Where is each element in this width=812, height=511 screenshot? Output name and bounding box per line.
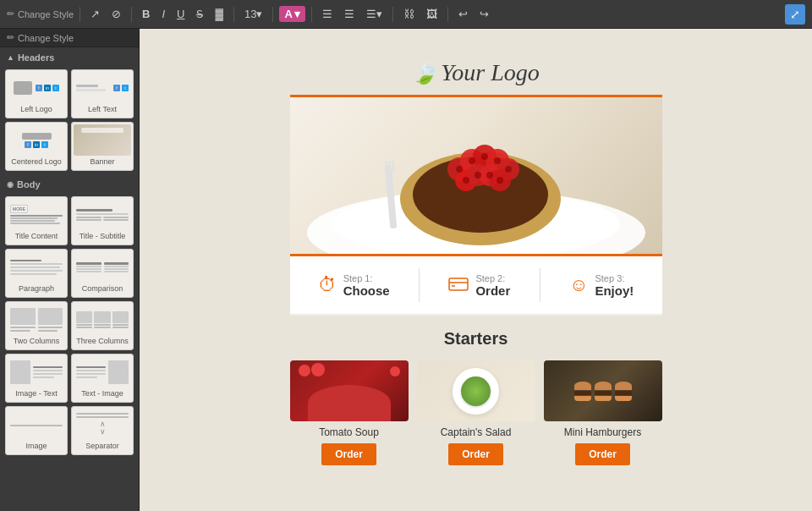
step-divider-1: [419, 268, 420, 302]
toolbar: ✏ Change Style ↗ ⊘ B I U S̶ ▓ 13▾ A▾ ☰ ☰…: [0, 0, 812, 29]
link-button[interactable]: ⛓: [399, 5, 419, 23]
change-style-sidebar-button[interactable]: ✏ Change Style: [7, 32, 74, 43]
template-centered-logo[interactable]: f in t Centered Logo: [5, 122, 68, 171]
format-button-2[interactable]: ⊘: [107, 5, 125, 23]
svg-point-17: [505, 166, 512, 173]
fullscreen-icon: ⤢: [790, 8, 800, 21]
ordered-list-button[interactable]: ☰: [340, 5, 359, 23]
mini-hamburgers-order-button[interactable]: Order: [575, 443, 630, 465]
template-title-subtitle[interactable]: Title - Subtitle: [71, 196, 134, 245]
template-comparison[interactable]: Comparison: [71, 249, 134, 298]
starter-captains-salad: Captain's Salad Order: [417, 360, 535, 465]
bullet-list-button[interactable]: ☰: [318, 5, 337, 23]
step-3: ☺ Step 3: Enjoy!: [569, 268, 634, 302]
image-text-preview: [8, 356, 65, 387]
template-text-image[interactable]: Text - Image: [71, 354, 134, 403]
steps-section: ⏱ Step 1: Choose Step 2: Order: [290, 256, 662, 316]
logo-brand-text: Your Logo: [441, 59, 539, 85]
logo-section: 🍃Your Logo: [290, 46, 662, 95]
bold-button[interactable]: B: [138, 5, 154, 23]
captains-salad-order-button[interactable]: Order: [448, 443, 503, 465]
left-logo-label: Left Logo: [20, 103, 52, 116]
strikethrough-button[interactable]: S̶: [192, 5, 207, 23]
highlight-button[interactable]: ▓: [211, 5, 227, 23]
separator-label: Separator: [85, 440, 119, 453]
step-3-text: Step 3: Enjoy!: [595, 273, 634, 298]
format-button-1[interactable]: ↗: [86, 5, 104, 23]
template-three-columns[interactable]: Three Columns: [71, 301, 134, 350]
mini-hamburgers-name: Mini Hamburgers: [564, 426, 641, 438]
starters-title: Starters: [290, 329, 662, 349]
change-style-button[interactable]: ✏ Change Style: [7, 8, 74, 19]
template-separator[interactable]: ∧ ∨ Separator: [71, 406, 134, 455]
left-text-preview: f t: [74, 72, 131, 103]
title-content-label: Title Content: [15, 230, 58, 243]
template-two-columns[interactable]: Two Columns: [5, 301, 68, 350]
italic-button[interactable]: I: [157, 5, 169, 23]
ordered-list-icon: ☰: [344, 8, 354, 20]
template-left-text[interactable]: f t Left Text: [71, 69, 134, 118]
svg-point-15: [481, 153, 488, 160]
image-insert-button[interactable]: 🖼: [422, 5, 442, 23]
template-paragraph[interactable]: Paragraph: [5, 249, 68, 298]
redo-button[interactable]: ↪: [475, 5, 493, 23]
captains-salad-name: Captain's Salad: [441, 426, 512, 438]
starters-section: Starters Tomato Soup Order: [290, 316, 662, 474]
centered-logo-preview: f in t: [8, 124, 65, 156]
hero-banner[interactable]: [290, 95, 662, 256]
template-title-content[interactable]: MORE Title Content: [5, 196, 68, 245]
svg-rect-25: [392, 161, 394, 173]
separator-2: [131, 7, 132, 22]
font-size-button[interactable]: 13▾: [240, 5, 266, 23]
three-columns-label: Three Columns: [76, 335, 129, 348]
three-columns-preview: [74, 304, 131, 335]
align-icon: ☰: [366, 8, 376, 20]
svg-point-18: [463, 177, 469, 184]
image-preview: [8, 409, 65, 440]
font-size-label: 13: [244, 8, 256, 20]
main-layout: ✏ Change Style ▲ Headers: [0, 29, 812, 511]
salad-greens: [461, 376, 491, 406]
template-banner[interactable]: Banner: [71, 122, 134, 171]
template-image[interactable]: Image: [5, 406, 68, 455]
undo-button[interactable]: ↩: [454, 5, 472, 23]
two-columns-preview: [8, 304, 65, 335]
centered-logo-label: Centered Logo: [11, 156, 62, 168]
logo-leaf-icon: 🍃: [412, 63, 437, 85]
step-3-number: Step 3:: [595, 273, 634, 283]
step-2: Step 2: Order: [448, 268, 510, 302]
undo-icon: ↩: [458, 8, 468, 20]
hero-tart-svg: [290, 97, 662, 254]
tomato-soup-order-button[interactable]: Order: [321, 443, 376, 465]
body-template-grid: MORE Title Content: [0, 193, 139, 459]
image-label: Image: [25, 440, 47, 453]
mini-hamburgers-image: [544, 360, 662, 421]
color-button[interactable]: A▾: [279, 6, 304, 22]
left-logo-preview: f in t: [8, 72, 65, 103]
left-text-label: Left Text: [88, 103, 117, 116]
step-3-name: Enjoy!: [595, 283, 634, 298]
separator-1: [80, 7, 80, 22]
step-1-name: Choose: [343, 283, 390, 298]
template-left-logo[interactable]: f in t Left Logo: [5, 69, 68, 118]
align-button[interactable]: ☰▾: [362, 5, 387, 23]
separator-4: [272, 7, 273, 22]
pencil-sidebar-icon: ✏: [7, 32, 14, 43]
step-1-text: Step 1: Choose: [343, 273, 390, 298]
separator-7: [447, 7, 448, 22]
change-style-label: Change Style: [18, 9, 74, 19]
svg-point-21: [497, 177, 503, 184]
template-image-text[interactable]: Image - Text: [5, 354, 68, 403]
headers-label: Headers: [18, 52, 54, 63]
step-3-icon: ☺: [569, 274, 588, 296]
step-1: ⏱ Step 1: Choose: [318, 268, 390, 302]
starter-tomato-soup: Tomato Soup Order: [290, 360, 409, 465]
headers-template-grid: f in t Left Logo: [0, 66, 139, 174]
underline-button[interactable]: U: [173, 5, 189, 23]
format-icon-2: ⊘: [112, 8, 121, 20]
fullscreen-button[interactable]: ⤢: [785, 4, 805, 25]
step-2-name: Order: [475, 283, 510, 298]
step-1-number: Step 1:: [343, 273, 390, 283]
salad-plate: [453, 368, 499, 415]
two-columns-label: Two Columns: [14, 335, 60, 348]
